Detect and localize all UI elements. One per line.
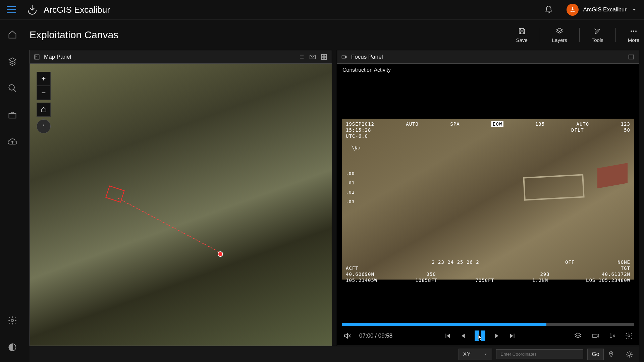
coord-format-select[interactable]: XY — [459, 349, 492, 360]
compass-needle-icon — [41, 124, 46, 129]
focus-panel: Focus Panel Construction Activity 19SEP2… — [337, 50, 639, 346]
user-name[interactable]: ArcGIS Excalibur — [583, 6, 627, 13]
tools-button[interactable]: Tools — [592, 27, 603, 43]
svg-rect-13 — [342, 56, 345, 58]
step-back-icon[interactable] — [459, 332, 467, 340]
video-controls: 07:00 / 09:58 — [337, 326, 639, 346]
save-icon — [518, 27, 526, 35]
left-rail — [0, 20, 25, 362]
video-camera-icon[interactable] — [591, 332, 600, 340]
focus-subtitle: Construction Activity — [337, 64, 639, 75]
menu-button[interactable] — [7, 6, 16, 13]
zoom-out-button[interactable]: − — [37, 86, 51, 100]
pin-icon[interactable] — [608, 350, 614, 358]
video-structure — [597, 163, 628, 188]
svg-point-6 — [635, 31, 637, 32]
svg-rect-1 — [9, 113, 16, 118]
mute-icon[interactable] — [343, 332, 351, 340]
notifications-icon[interactable] — [544, 5, 553, 14]
step-forward-icon[interactable] — [493, 332, 501, 340]
svg-point-2 — [11, 319, 14, 322]
page-header: Exploitation Canvas Save Layers Tools — [30, 20, 639, 50]
video-time: 07:00 / 09:58 — [359, 333, 392, 339]
envelope-icon[interactable] — [309, 53, 316, 61]
app-bar: ArcGIS Excalibur ArcGIS Excalibur — [0, 0, 644, 20]
home-icon — [41, 107, 47, 113]
map-canvas[interactable]: + − — [30, 64, 332, 346]
map-panel: Map Panel + − — [30, 50, 332, 346]
cloud-upload-icon[interactable] — [8, 137, 17, 146]
grid-icon[interactable] — [320, 53, 328, 61]
status-bar: XY Go — [30, 346, 639, 362]
video-layers-icon[interactable] — [574, 332, 582, 340]
home-icon[interactable] — [8, 30, 17, 39]
app-logo-icon — [26, 4, 38, 16]
go-button[interactable]: Go — [587, 349, 604, 360]
briefcase-icon[interactable] — [8, 110, 17, 120]
map-sensor-point — [218, 251, 223, 257]
layers-icon[interactable] — [8, 57, 17, 66]
svg-point-5 — [633, 31, 634, 32]
video-frame[interactable]: 19SEP2012AUTOSPAEOW135AUTO123 15:15:28DF… — [342, 119, 634, 280]
svg-point-18 — [628, 353, 631, 356]
svg-point-4 — [631, 31, 632, 32]
page-title: Exploitation Canvas — [30, 29, 118, 41]
home-extent-button[interactable] — [37, 103, 51, 117]
playback-speed[interactable]: 1× — [609, 333, 615, 339]
skip-end-icon[interactable] — [509, 332, 516, 340]
svg-point-17 — [610, 353, 611, 354]
zoom-in-button[interactable]: + — [37, 72, 51, 86]
svg-rect-10 — [324, 54, 326, 56]
save-button[interactable]: Save — [516, 27, 528, 43]
more-button[interactable]: More — [628, 27, 639, 43]
video-progress[interactable] — [342, 323, 634, 326]
tools-icon — [593, 27, 601, 35]
skip-start-icon[interactable] — [444, 332, 451, 340]
layers-icon — [555, 27, 564, 35]
gear-icon[interactable] — [8, 316, 17, 325]
compass-button[interactable] — [37, 119, 51, 133]
map-panel-title: Map Panel — [44, 54, 71, 60]
svg-point-0 — [9, 85, 14, 90]
svg-point-16 — [628, 335, 630, 337]
focus-panel-title: Focus Panel — [351, 54, 383, 60]
list-icon[interactable] — [298, 53, 305, 61]
chevron-down-icon — [484, 352, 488, 356]
svg-rect-12 — [324, 57, 326, 59]
coordinates-input[interactable] — [496, 349, 583, 359]
locate-icon[interactable] — [625, 350, 633, 358]
video-foundation — [523, 174, 584, 200]
user-avatar[interactable] — [567, 4, 579, 16]
ellipsis-icon — [630, 27, 638, 35]
camera-icon — [341, 54, 347, 60]
svg-rect-9 — [322, 54, 324, 56]
svg-rect-11 — [322, 57, 324, 59]
video-settings-icon[interactable] — [625, 332, 633, 340]
hud-row: 19SEP2012AUTOSPAEOW135AUTO123 — [346, 121, 630, 127]
download-icon — [569, 6, 576, 13]
window-icon[interactable] — [628, 53, 635, 61]
contrast-icon[interactable] — [8, 343, 17, 352]
svg-rect-15 — [593, 334, 597, 338]
layers-button[interactable]: Layers — [552, 27, 567, 43]
svg-rect-14 — [629, 55, 634, 59]
chevron-down-icon[interactable] — [631, 7, 637, 13]
map-track-line — [118, 198, 219, 252]
search-icon[interactable] — [8, 83, 17, 93]
map-panel-icon — [34, 54, 40, 60]
pause-button[interactable] — [475, 330, 485, 341]
app-title: ArcGIS Excalibur — [44, 5, 110, 15]
